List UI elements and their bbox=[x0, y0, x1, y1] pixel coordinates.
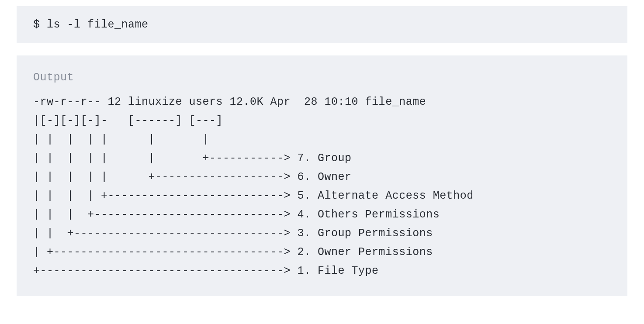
output-line: -rw-r--r-- 12 linuxize users 12.0K Apr 2… bbox=[33, 96, 426, 108]
prompt-symbol: $ bbox=[33, 18, 47, 31]
output-line: +------------------------------------> 1… bbox=[33, 265, 379, 277]
output-line: | | +-------------------------------> 3.… bbox=[33, 227, 433, 240]
output-line: | +----------------------------------> 2… bbox=[33, 246, 433, 259]
output-line: | | | | | +-------------------> 6. Owner bbox=[33, 171, 352, 183]
command-line: $ ls -l file_name bbox=[33, 18, 611, 31]
command-block: $ ls -l file_name bbox=[17, 6, 627, 43]
output-label: Output bbox=[33, 71, 611, 84]
output-line: | | | | +--------------------------> 5. … bbox=[33, 190, 474, 202]
command-text: ls -l file_name bbox=[47, 18, 149, 31]
output-line: | | | +----------------------------> 4. … bbox=[33, 208, 440, 221]
output-line: | | | | | | +-----------> 7. Group bbox=[33, 152, 352, 165]
output-content: -rw-r--r-- 12 linuxize users 12.0K Apr 2… bbox=[33, 93, 611, 280]
output-line: | | | | | | | bbox=[33, 133, 209, 146]
output-line: |[-][-][-]- [------] [---] bbox=[33, 114, 223, 127]
output-block: Output -rw-r--r-- 12 linuxize users 12.0… bbox=[17, 55, 627, 296]
